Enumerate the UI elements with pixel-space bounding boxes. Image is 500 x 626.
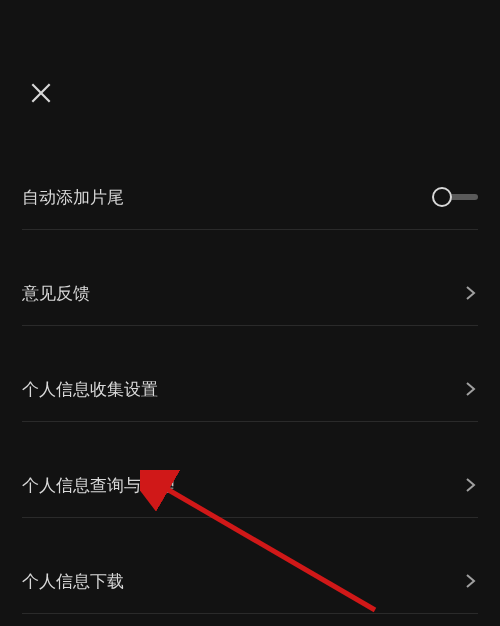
setting-feedback[interactable]: 意见反馈 [0,260,500,326]
header [0,0,500,106]
setting-personal-info-collection[interactable]: 个人信息收集设置 [0,356,500,422]
toggle-thumb [432,187,452,207]
setting-label: 个人信息查询与管理 [22,474,175,497]
setting-label: 个人信息下载 [22,570,124,593]
setting-label: 意见反馈 [22,282,90,305]
close-icon[interactable] [28,80,54,106]
chevron-right-icon [464,379,478,399]
setting-label: 个人信息收集设置 [22,378,158,401]
setting-personal-info-query-manage[interactable]: 个人信息查询与管理 [0,452,500,518]
chevron-right-icon [464,571,478,591]
chevron-right-icon [464,475,478,495]
setting-label: 自动添加片尾 [22,186,124,209]
settings-list: 自动添加片尾 意见反馈 个人信息收集设置 个人信息查询与管理 个人 [0,164,500,614]
setting-personal-info-download[interactable]: 个人信息下载 [0,548,500,614]
toggle-switch[interactable] [428,187,478,207]
setting-auto-add-ending[interactable]: 自动添加片尾 [0,164,500,230]
chevron-right-icon [464,283,478,303]
